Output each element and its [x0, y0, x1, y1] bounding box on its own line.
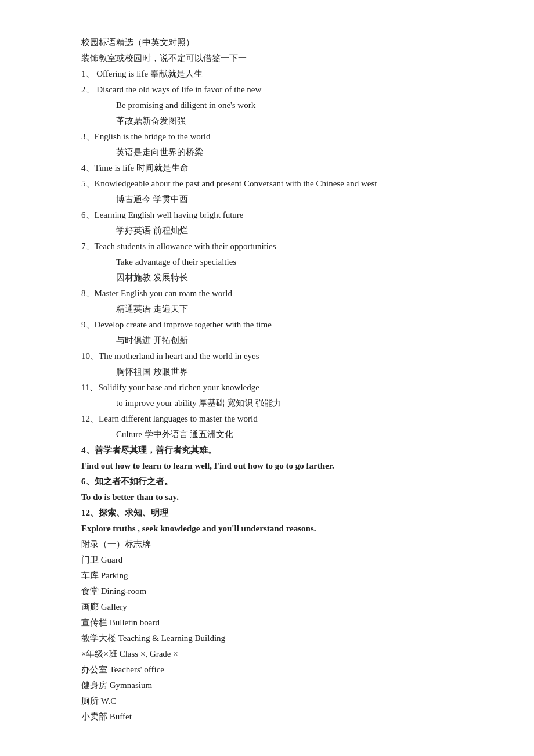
appendix-item-8: 健身房 Gymnasium	[81, 678, 453, 693]
document-container: 校园标语精选（中英文对照） 装饰教室或校园时，说不定可以借鉴一下一 1、 Off…	[81, 35, 453, 725]
item-sub-2-0: Be promising and diligent in one's work	[81, 98, 453, 113]
bold-chinese-b6: 6、知之者不如行之者。	[81, 474, 453, 489]
appendix-title: 附录（一）标志牌	[81, 537, 453, 552]
item-main-9: 9、Develop create and improve together wi…	[81, 317, 453, 333]
item-sub-5-0: 博古通今 学贯中西	[81, 192, 453, 207]
bold-chinese-b12: 12、探索、求知、明理	[81, 505, 453, 521]
item-sub-9-0: 与时俱进 开拓创新	[81, 333, 453, 348]
appendix-item-7: 办公室 Teachers' office	[81, 662, 453, 678]
appendix-item-6: ×年级×班 Class ×, Grade ×	[81, 646, 453, 662]
item-main-11: 11、Solidify your base and richen your kn…	[81, 380, 453, 395]
item-main-8: 8、Master English you can roam the world	[81, 286, 453, 301]
item-sub-2-1: 革故鼎新奋发图强	[81, 113, 453, 129]
bold-items-container: 4、善学者尽其理，善行者究其难。Find out how to learn to…	[81, 442, 453, 537]
item-main-5: 5、Knowledgeable about the past and prese…	[81, 176, 453, 192]
document-title: 校园标语精选（中英文对照）	[81, 35, 453, 51]
item-sub-3-0: 英语是走向世界的桥梁	[81, 145, 453, 160]
item-main-3: 3、English is the bridge to the world	[81, 129, 453, 145]
item-sub-7-1: 因材施教 发展特长	[81, 270, 453, 286]
appendix-item-1: 车库 Parking	[81, 568, 453, 584]
appendix-item-5: 教学大楼 Teaching & Learning Building	[81, 631, 453, 646]
item-sub-8-0: 精通英语 走遍天下	[81, 301, 453, 317]
item-main-7: 7、Teach students in allowance with their…	[81, 239, 453, 254]
bold-english-b12: Explore truths , seek knowledge and you'…	[81, 521, 453, 537]
appendix-item-2: 食堂 Dining-room	[81, 584, 453, 599]
item-sub-12-0: Culture 学中外语言 通五洲文化	[81, 427, 453, 442]
item-main-10: 10、The motherland in heart and the world…	[81, 348, 453, 364]
item-main-4: 4、Time is life 时间就是生命	[81, 160, 453, 176]
item-sub-11-0: to improve your ability 厚基础 宽知识 强能力	[81, 395, 453, 411]
item-main-1: 1、 Offering is life 奉献就是人生	[81, 66, 453, 82]
item-main-6: 6、Learning English well having bright fu…	[81, 207, 453, 223]
item-sub-10-0: 胸怀祖国 放眼世界	[81, 364, 453, 380]
appendix-container: 附录（一）标志牌门卫 Guard车库 Parking食堂 Dining-room…	[81, 537, 453, 725]
item-main-2: 2、 Discard the old ways of life in favor…	[81, 82, 453, 98]
items-list: 1、 Offering is life 奉献就是人生2、 Discard the…	[81, 66, 453, 442]
bold-english-b4: Find out how to learn to learn well, Fin…	[81, 458, 453, 474]
bold-chinese-b4: 4、善学者尽其理，善行者究其难。	[81, 442, 453, 458]
item-sub-6-0: 学好英语 前程灿烂	[81, 223, 453, 239]
appendix-item-10: 小卖部 Buffet	[81, 709, 453, 725]
item-sub-7-0: Take advantage of their specialties	[81, 254, 453, 270]
bold-english-b6: To do is better than to say.	[81, 489, 453, 505]
document-subtitle: 装饰教室或校园时，说不定可以借鉴一下一	[81, 51, 453, 66]
item-main-12: 12、Learn different languages to master t…	[81, 411, 453, 427]
appendix-item-0: 门卫 Guard	[81, 552, 453, 568]
appendix-item-9: 厕所 W.C	[81, 693, 453, 709]
appendix-item-3: 画廊 Gallery	[81, 599, 453, 615]
appendix-item-4: 宣传栏 Bulletin board	[81, 615, 453, 631]
